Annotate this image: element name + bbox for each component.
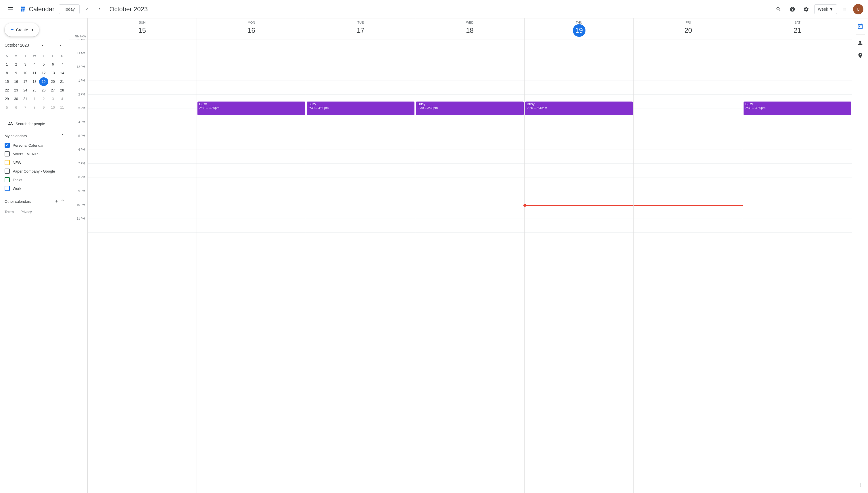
- mini-cal-day[interactable]: 11: [58, 103, 67, 112]
- right-map-icon[interactable]: [854, 50, 866, 61]
- settings-button[interactable]: [800, 3, 812, 15]
- day-name: THU: [525, 21, 634, 24]
- mini-cal-day[interactable]: 2: [12, 60, 21, 69]
- event-block[interactable]: Busy2:30 – 3:30pm: [198, 102, 305, 115]
- mini-cal-day[interactable]: 9: [12, 69, 21, 78]
- mini-cal-day[interactable]: 22: [2, 86, 12, 94]
- calendar-item[interactable]: MANY EVENTS: [0, 150, 69, 158]
- time-slot: 10 AM: [69, 39, 87, 53]
- mini-cal-day[interactable]: 13: [48, 69, 58, 78]
- mini-cal-prev[interactable]: ‹: [39, 41, 47, 49]
- mini-cal-day[interactable]: 12: [39, 69, 48, 78]
- event-block[interactable]: Busy2:30 – 3:30pm: [525, 102, 633, 115]
- apps-button[interactable]: [839, 3, 851, 15]
- help-button[interactable]: [787, 3, 798, 15]
- day-column-20[interactable]: [634, 39, 743, 493]
- mini-cal-day[interactable]: 10: [21, 69, 30, 78]
- mini-cal-day[interactable]: 16: [12, 78, 21, 86]
- mini-cal-day[interactable]: 14: [58, 69, 67, 78]
- calendar-item[interactable]: Tasks: [0, 175, 69, 184]
- menu-button[interactable]: [5, 3, 16, 15]
- day-header[interactable]: SUN15: [87, 18, 197, 39]
- time-label: 3 PM: [78, 107, 85, 110]
- day-header[interactable]: MON16: [197, 18, 306, 39]
- day-header[interactable]: SAT21: [743, 18, 852, 39]
- hour-line: [743, 150, 852, 164]
- day-column-16[interactable]: Busy2:30 – 3:30pm: [197, 39, 306, 493]
- mini-cal-day[interactable]: 17: [21, 78, 30, 86]
- event-title: Busy: [745, 102, 850, 106]
- event-block[interactable]: Busy2:30 – 3:30pm: [416, 102, 524, 115]
- calendar-item[interactable]: ✓Personal Calendar: [0, 141, 69, 150]
- terms-link[interactable]: Terms: [5, 210, 14, 214]
- mini-cal-day[interactable]: 31: [21, 94, 30, 103]
- right-user-icon[interactable]: [854, 37, 866, 49]
- hour-line: [743, 205, 852, 219]
- calendar-item[interactable]: NEW: [0, 158, 69, 167]
- day-header[interactable]: WED18: [415, 18, 524, 39]
- hour-line: [743, 67, 852, 81]
- mini-cal-day[interactable]: 1: [2, 60, 12, 69]
- search-people[interactable]: Search for people: [5, 119, 64, 129]
- mini-cal-day[interactable]: 30: [12, 94, 21, 103]
- mini-cal-day[interactable]: 5: [39, 60, 48, 69]
- mini-cal-day[interactable]: 21: [58, 78, 67, 86]
- mini-cal-day[interactable]: 8: [2, 69, 12, 78]
- mini-cal-day[interactable]: 15: [2, 78, 12, 86]
- mini-cal-day[interactable]: 24: [21, 86, 30, 94]
- mini-cal-day[interactable]: 10: [48, 103, 58, 112]
- mini-cal-day[interactable]: 3: [48, 94, 58, 103]
- mini-cal-day[interactable]: 3: [21, 60, 30, 69]
- day-header[interactable]: THU19: [524, 18, 634, 39]
- day-header[interactable]: TUE17: [306, 18, 415, 39]
- mini-cal-day[interactable]: 20: [48, 78, 58, 86]
- other-calendars-header[interactable]: Other calendars + ⌃: [0, 195, 69, 208]
- mini-cal-day[interactable]: 29: [2, 94, 12, 103]
- mini-cal-day[interactable]: 6: [12, 103, 21, 112]
- hour-line: [88, 150, 197, 164]
- mini-cal-day[interactable]: 11: [30, 69, 39, 78]
- mini-cal-day[interactable]: 6: [48, 60, 58, 69]
- mini-cal-day[interactable]: 25: [30, 86, 39, 94]
- day-column-19[interactable]: Busy2:30 – 3:30pm: [524, 39, 634, 493]
- privacy-link[interactable]: Privacy: [20, 210, 31, 214]
- my-calendars-header[interactable]: My calendars ⌃: [0, 131, 69, 141]
- day-column-18[interactable]: Busy2:30 – 3:30pm: [415, 39, 524, 493]
- right-add-icon[interactable]: +: [854, 479, 866, 491]
- mini-cal-day[interactable]: 27: [48, 86, 58, 94]
- mini-cal-day[interactable]: 18: [30, 78, 39, 86]
- add-other-calendar-button[interactable]: +: [52, 197, 61, 206]
- mini-cal-day[interactable]: 9: [39, 103, 48, 112]
- day-column-17[interactable]: Busy2:30 – 3:30pm: [306, 39, 415, 493]
- event-block[interactable]: Busy2:30 – 3:30pm: [744, 102, 851, 115]
- calendar-item[interactable]: Paper Company - Google: [0, 167, 69, 175]
- right-calendar-icon[interactable]: [854, 21, 866, 32]
- user-avatar[interactable]: U: [853, 4, 863, 14]
- hour-line: [525, 39, 634, 53]
- day-header[interactable]: FRI20: [634, 18, 743, 39]
- day-column-21[interactable]: Busy2:30 – 3:30pm: [743, 39, 852, 493]
- mini-cal-next[interactable]: ›: [56, 41, 64, 49]
- mini-cal-day[interactable]: 4: [58, 94, 67, 103]
- mini-cal-day[interactable]: 1: [30, 94, 39, 103]
- search-button[interactable]: [773, 3, 784, 15]
- mini-cal-day[interactable]: 26: [39, 86, 48, 94]
- mini-cal-day[interactable]: 4: [30, 60, 39, 69]
- mini-cal-day[interactable]: 19: [39, 78, 48, 86]
- day-column-15[interactable]: [87, 39, 197, 493]
- mini-cal-day[interactable]: 7: [21, 103, 30, 112]
- mini-cal-day[interactable]: 8: [30, 103, 39, 112]
- event-block[interactable]: Busy2:30 – 3:30pm: [307, 102, 414, 115]
- calendar-item[interactable]: Work: [0, 184, 69, 193]
- time-label: 2 PM: [78, 93, 85, 96]
- mini-cal-day[interactable]: 7: [58, 60, 67, 69]
- mini-cal-day[interactable]: 28: [58, 86, 67, 94]
- today-button[interactable]: Today: [59, 4, 79, 14]
- mini-cal-day[interactable]: 5: [2, 103, 12, 112]
- mini-cal-day[interactable]: 2: [39, 94, 48, 103]
- next-button[interactable]: ›: [95, 4, 105, 14]
- mini-cal-day[interactable]: 23: [12, 86, 21, 94]
- view-selector[interactable]: Week ▼: [814, 4, 837, 14]
- prev-button[interactable]: ‹: [82, 4, 92, 14]
- create-button[interactable]: + Create ▾: [5, 23, 39, 37]
